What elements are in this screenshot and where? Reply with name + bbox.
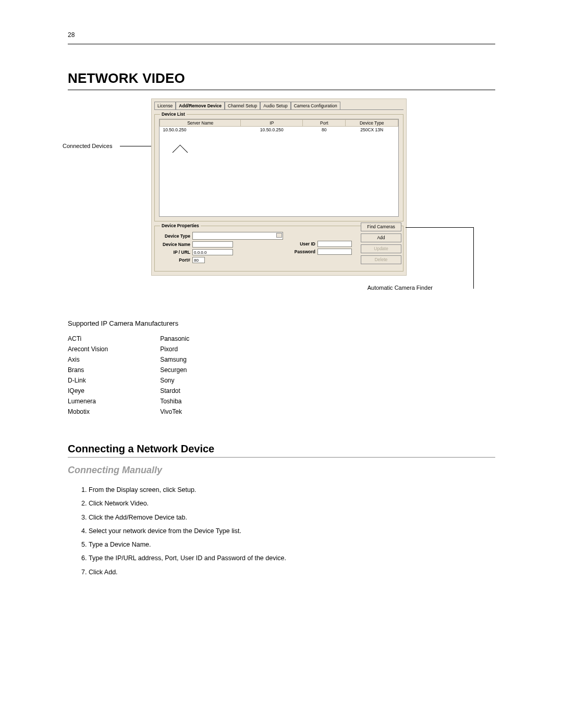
col-ip: IP (241, 120, 303, 127)
device-name-input[interactable] (192, 241, 233, 248)
callout-automatic-camera-finder: Automatic Camera Finder (368, 285, 433, 291)
password-input[interactable] (317, 249, 352, 255)
manufacturer-list-col1: ACTi Arecont Vision Axis Brans D-Link IQ… (68, 334, 108, 417)
list-item: Axis (68, 354, 108, 365)
list-item: Panasonic (160, 334, 189, 344)
step-item: Click the Add/Remove Device tab. (89, 511, 495, 524)
table-row[interactable]: 10.50.0.250 10.50.0.250 80 250CX 13N (160, 127, 398, 133)
delete-button[interactable]: Delete (361, 255, 401, 264)
list-item: VivoTek (160, 406, 189, 417)
tab-audio-setup[interactable]: Audio Setup (260, 102, 290, 109)
cell-ip: 10.50.0.250 (241, 127, 303, 133)
label-password: Password (293, 249, 317, 254)
label-ip-url: IP / URL (159, 250, 192, 255)
col-port: Port (303, 120, 346, 127)
cell-port: 80 (303, 127, 346, 133)
list-item: Arecont Vision (68, 344, 108, 354)
step-item: Click Network Video. (89, 497, 495, 510)
cell-device-type: 250CX 13N (346, 127, 398, 133)
manufacturers-heading: Supported IP Camera Manufacturers (68, 319, 495, 327)
rule-top (68, 44, 495, 44)
leader-left (120, 146, 155, 146)
page-number: 28 (68, 31, 495, 39)
device-table[interactable]: Server Name IP Port Device Type 10.50.0.… (159, 119, 399, 217)
col-server-name: Server Name (160, 120, 241, 127)
config-window: License Add/Remove Device Channel Setup … (151, 98, 407, 276)
rule-under-subheading (68, 457, 495, 458)
steps-list: From the Display screen, click Setup. Cl… (68, 483, 495, 579)
connecting-manually-heading: Connecting Manually (68, 465, 495, 476)
list-item: D-Link (68, 375, 108, 386)
connecting-heading: Connecting a Network Device (68, 443, 495, 455)
add-button[interactable]: Add (361, 233, 401, 242)
legend-device-properties: Device Properties (160, 223, 201, 228)
find-cameras-button[interactable]: Find Cameras (361, 223, 401, 231)
user-id-input[interactable] (317, 241, 352, 247)
figure-wrap: Connected Devices License Add/Remove Dev… (68, 98, 495, 307)
device-type-select[interactable] (192, 232, 283, 240)
port-input[interactable]: 80 (192, 257, 205, 263)
col-device-type: Device Type (346, 120, 398, 127)
tab-camera-configuration[interactable]: Camera Configuration (291, 102, 340, 109)
step-item: From the Display screen, click Setup. (89, 483, 495, 497)
ip-url-input[interactable]: 0.0.0.0 (192, 249, 233, 255)
list-item: Toshiba (160, 396, 189, 406)
label-device-type: Device Type (159, 233, 192, 239)
chevron-down-icon (277, 235, 280, 237)
list-item: Stardot (160, 386, 189, 396)
tab-channel-setup[interactable]: Channel Setup (225, 102, 260, 109)
label-user-id: User ID (293, 241, 317, 246)
list-item: ACTi (68, 334, 108, 344)
callout-connected-devices: Connected Devices (63, 143, 112, 149)
leader-right (406, 227, 474, 289)
step-item: Select your network device from the Devi… (89, 524, 495, 538)
step-item: Click Add. (89, 565, 495, 579)
legend-device-list: Device List (160, 112, 187, 117)
list-item: Securgen (160, 365, 189, 375)
manufacturer-list-col2: Panasonic Pixord Samsung Securgen Sony S… (160, 334, 189, 417)
section-title: NETWORK VIDEO (68, 70, 495, 87)
step-item: Type the IP/URL address, Port, User ID a… (89, 551, 495, 565)
list-item: Sony (160, 375, 189, 386)
tab-license[interactable]: License (154, 102, 176, 109)
cell-server-name: 10.50.0.250 (160, 127, 241, 133)
update-button[interactable]: Update (361, 244, 401, 253)
fieldset-device-list: Device List Server Name IP Port Device T… (154, 114, 403, 221)
list-item: Lumenera (68, 396, 108, 406)
list-item: Brans (68, 365, 108, 375)
list-item: Mobotix (68, 406, 108, 417)
label-device-name: Device Name (159, 242, 192, 247)
list-item: Pixord (160, 344, 189, 354)
rule-under-title (68, 90, 495, 90)
list-item: IQeye (68, 386, 108, 396)
step-item: Type a Device Name. (89, 538, 495, 551)
tab-add-remove-device[interactable]: Add/Remove Device (176, 102, 225, 109)
list-item: Samsung (160, 354, 189, 365)
label-port: Port# (159, 257, 192, 263)
